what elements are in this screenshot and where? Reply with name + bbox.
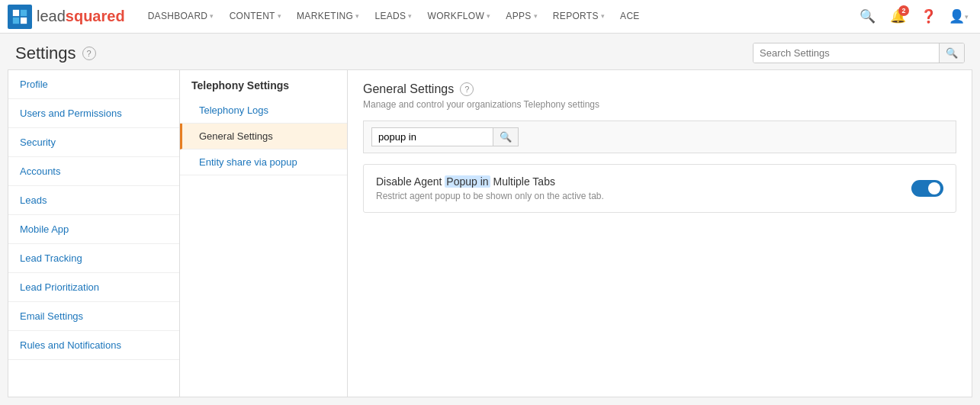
panel-subtitle: Manage and control your organizations Te… bbox=[363, 99, 956, 110]
notifications-button[interactable]: 🔔 2 bbox=[884, 3, 911, 31]
nav-workflow[interactable]: WORKFLOW ▾ bbox=[420, 0, 499, 34]
svg-rect-0 bbox=[13, 9, 19, 15]
nav-marketing[interactable]: MARKETING ▾ bbox=[289, 0, 367, 34]
logo-box bbox=[8, 5, 32, 29]
sidebar-item-lead-tracking[interactable]: Lead Tracking bbox=[8, 244, 179, 273]
chevron-down-icon: ▾ bbox=[210, 12, 214, 20]
nav-leads[interactable]: LEADS ▾ bbox=[367, 0, 419, 34]
middle-panel: Telephony Settings Telephony Logs Genera… bbox=[180, 70, 348, 397]
logo-icon bbox=[11, 8, 28, 25]
sidebar-item-lead-prioritization[interactable]: Lead Prioritization bbox=[8, 273, 179, 302]
chevron-down-icon: ▾ bbox=[278, 12, 281, 20]
panel-title-row: General Settings ? bbox=[363, 82, 956, 96]
right-panel: General Settings ? Manage and control yo… bbox=[348, 70, 972, 397]
setting-name-highlight: Popup in bbox=[445, 175, 490, 188]
chevron-down-icon: ▾ bbox=[601, 12, 605, 20]
middle-item-telephony-logs[interactable]: Telephony Logs bbox=[180, 98, 347, 124]
nav-ace[interactable]: ACE bbox=[612, 0, 647, 34]
setting-name: Disable Agent Popup in Multiple Tabs bbox=[376, 175, 911, 188]
middle-item-general-settings[interactable]: General Settings bbox=[180, 124, 347, 149]
sidebar-item-users[interactable]: Users and Permissions bbox=[8, 99, 179, 128]
page-header: Settings ? 🔍 bbox=[0, 34, 980, 69]
search-settings-input[interactable] bbox=[753, 43, 939, 63]
setting-card-disable-agent-popup: Disable Agent Popup in Multiple Tabs Res… bbox=[363, 164, 956, 213]
page-wrapper: Settings ? 🔍 Profile Users and Permissio… bbox=[0, 34, 980, 405]
sidebar-item-email-settings[interactable]: Email Settings bbox=[8, 302, 179, 331]
filter-input[interactable] bbox=[371, 127, 493, 146]
nav-items: DASHBOARD ▾ CONTENT ▾ MARKETING ▾ LEADS … bbox=[140, 0, 853, 34]
nav-apps[interactable]: APPS ▾ bbox=[498, 0, 545, 34]
nav-dashboard[interactable]: DASHBOARD ▾ bbox=[140, 0, 222, 34]
panel-help-icon[interactable]: ? bbox=[460, 82, 474, 96]
middle-panel-title: Telephony Settings bbox=[180, 70, 347, 98]
sidebar-item-security[interactable]: Security bbox=[8, 128, 179, 157]
sidebar-item-profile[interactable]: Profile bbox=[8, 70, 179, 99]
toggle-disable-agent-popup[interactable] bbox=[911, 180, 943, 197]
search-icon-button[interactable]: 🔍 bbox=[853, 3, 881, 31]
middle-item-entity-share[interactable]: Entity share via popup bbox=[180, 149, 347, 175]
toggle-container bbox=[911, 180, 943, 197]
svg-rect-2 bbox=[13, 17, 19, 23]
setting-description: Restrict agent popup to be shown only on… bbox=[376, 191, 911, 201]
page-help-icon[interactable]: ? bbox=[82, 47, 96, 60]
setting-card-content: Disable Agent Popup in Multiple Tabs Res… bbox=[376, 175, 911, 201]
notification-badge: 2 bbox=[898, 5, 909, 16]
chevron-down-icon: ▾ bbox=[965, 13, 969, 21]
nav-icon-area: 🔍 🔔 2 ❓ 👤 ▾ bbox=[853, 3, 972, 31]
chevron-down-icon: ▾ bbox=[534, 12, 538, 20]
sidebar-left: Profile Users and Permissions Security A… bbox=[8, 70, 180, 397]
page-title-row: Settings ? bbox=[15, 43, 96, 63]
search-settings-field: 🔍 bbox=[753, 43, 965, 63]
sidebar-item-rules-notifications[interactable]: Rules and Notifications bbox=[8, 331, 179, 360]
nav-reports[interactable]: REPORTS ▾ bbox=[545, 0, 612, 34]
help-button[interactable]: ❓ bbox=[914, 3, 942, 31]
filter-search-button[interactable]: 🔍 bbox=[493, 127, 519, 146]
main-content: Profile Users and Permissions Security A… bbox=[8, 69, 972, 397]
filter-bar: 🔍 bbox=[363, 121, 956, 153]
chevron-down-icon: ▾ bbox=[487, 12, 490, 20]
chevron-down-icon: ▾ bbox=[355, 12, 359, 20]
logo-text: leadsquared bbox=[37, 8, 125, 25]
user-profile-button[interactable]: 👤 ▾ bbox=[945, 3, 972, 31]
logo[interactable]: leadsquared bbox=[8, 5, 125, 29]
svg-rect-3 bbox=[21, 17, 27, 23]
search-settings-button[interactable]: 🔍 bbox=[939, 43, 964, 63]
toggle-slider bbox=[911, 180, 943, 197]
top-navigation: leadsquared DASHBOARD ▾ CONTENT ▾ MARKET… bbox=[0, 0, 980, 34]
sidebar-item-leads[interactable]: Leads bbox=[8, 186, 179, 215]
sidebar-item-mobile-app[interactable]: Mobile App bbox=[8, 215, 179, 244]
page-title: Settings bbox=[15, 43, 76, 63]
nav-content[interactable]: CONTENT ▾ bbox=[222, 0, 289, 34]
svg-rect-1 bbox=[21, 9, 27, 15]
panel-title: General Settings bbox=[363, 82, 454, 96]
chevron-down-icon: ▾ bbox=[408, 12, 412, 20]
sidebar-item-accounts[interactable]: Accounts bbox=[8, 157, 179, 186]
